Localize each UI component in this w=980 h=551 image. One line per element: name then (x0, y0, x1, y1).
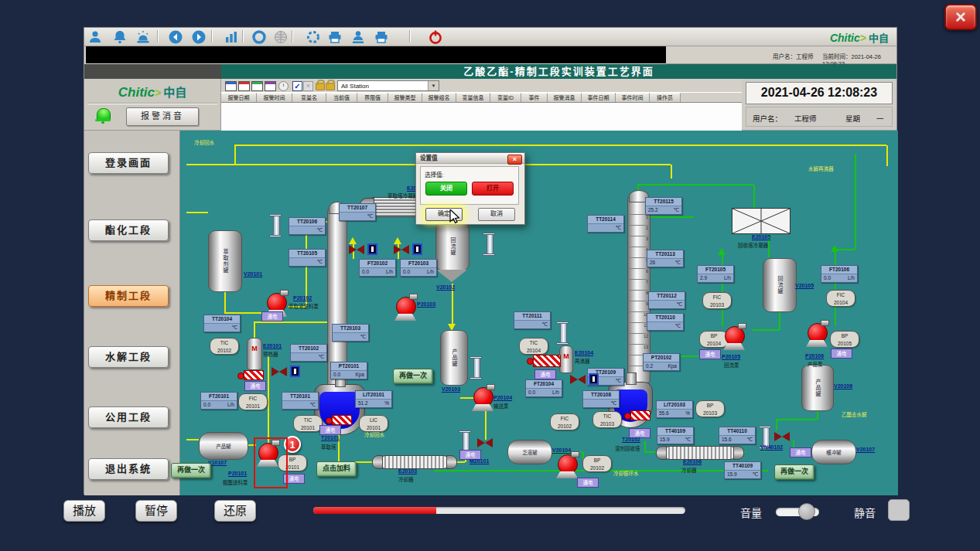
sidebar-item-2[interactable]: 酯化工段 (88, 219, 169, 241)
valve-icon[interactable] (477, 438, 493, 447)
value-open-button[interactable]: 打开 (472, 182, 514, 196)
equipment-tag[interactable]: P20105 (722, 354, 740, 359)
sidebar-item-1[interactable]: 登录画面 (88, 152, 169, 174)
pump-icon[interactable] (471, 387, 494, 410)
alarm-clock-icon[interactable] (278, 81, 289, 91)
logo-panel: Chitic>中自 报警消音 (84, 79, 221, 131)
instrument-value: 51.2% (356, 400, 391, 407)
sidebar-item-5[interactable]: 公用工段 (88, 406, 169, 428)
sidebar-item-6[interactable]: 退出系统 (88, 458, 169, 480)
print-icon[interactable] (327, 29, 343, 43)
alarm-ack-icon[interactable]: ✓ (292, 81, 302, 91)
equipment-tag[interactable]: VN40102 (760, 444, 783, 450)
pipe-segment (186, 439, 199, 440)
valve-left (774, 432, 782, 441)
equipment-tag[interactable]: E20105 (752, 234, 770, 240)
restore-button[interactable]: 还原 (214, 500, 256, 522)
alarm-mute-button[interactable]: 报警消音 (126, 107, 199, 126)
equipment-tag[interactable]: V20104 (552, 447, 571, 453)
close-icon[interactable]: × (507, 155, 522, 165)
alarm-summary-icon[interactable] (251, 81, 263, 91)
sidebar-item-4[interactable]: 水解工段 (88, 346, 169, 368)
scada-action-button[interactable]: 再做一次 (393, 369, 433, 384)
vessel-label: 乏液罐 (522, 448, 538, 456)
equipment-tag[interactable]: P20104 (493, 395, 512, 400)
alarm-group-icon[interactable] (265, 81, 276, 91)
alarm-lamp-icon[interactable] (135, 29, 151, 43)
value-close-button[interactable]: 关闭 (425, 182, 467, 196)
station-filter-select[interactable]: All Station▼ (337, 80, 439, 91)
nav-back-icon[interactable] (168, 29, 183, 43)
valve-icon[interactable] (570, 375, 586, 384)
mute-checkbox[interactable] (888, 499, 910, 521)
equipment-tag[interactable]: V20105 (795, 283, 814, 288)
power-icon[interactable] (428, 29, 443, 43)
equipment-tag[interactable]: M20101 (470, 458, 489, 464)
equipment-tag[interactable]: V20101 (244, 271, 262, 277)
valve-icon[interactable] (774, 432, 790, 441)
alarm-status-bell-icon (95, 108, 111, 124)
pipe-segment (776, 419, 817, 420)
lock-icon[interactable] (316, 83, 325, 90)
marquee-bar (86, 46, 666, 63)
equipment-tag[interactable]: E20106 (683, 459, 702, 464)
equipment-tag[interactable]: P20106 (805, 353, 824, 359)
stop-icon[interactable] (251, 29, 267, 43)
set-value-dialog: 设置值 × 选择值: 关闭 打开 确定 取消 (415, 152, 525, 225)
volume-slider-thumb[interactable] (798, 503, 815, 520)
equipment-tag[interactable]: E20104 (575, 350, 593, 355)
chevron-down-icon[interactable]: ▼ (428, 81, 439, 90)
report-icon[interactable] (374, 29, 389, 43)
trend-chart-icon[interactable] (224, 29, 239, 43)
cancel-button[interactable]: 取消 (478, 208, 515, 221)
sidebar-item-3[interactable]: 精制工段 (88, 285, 169, 307)
equipment-tag[interactable]: V20107 (856, 447, 875, 452)
equipment-tag[interactable]: T20102 (622, 437, 640, 442)
pump-icon[interactable] (394, 297, 417, 320)
user-name-text: 用户名：工程师 (773, 52, 814, 60)
instrument-tag: TT20104 (204, 315, 240, 324)
equipment-tag[interactable]: E20101 (263, 343, 282, 349)
pump-icon[interactable] (555, 454, 579, 478)
equipment-tag[interactable]: P20101 (228, 471, 247, 476)
nav-forward-icon[interactable] (191, 29, 207, 43)
instrument-tag: TT20106 (289, 218, 325, 226)
valve-icon[interactable] (349, 245, 364, 254)
instrument-value: 25.2℃ (646, 206, 681, 214)
alarm-bell-icon[interactable] (112, 29, 128, 43)
user-icon[interactable] (87, 29, 103, 43)
equipment-tag[interactable]: T20101 (321, 435, 340, 440)
play-button[interactable]: 播放 (63, 500, 105, 522)
pause-button[interactable]: 暂停 (135, 500, 177, 522)
alarm-table-list[interactable] (221, 102, 742, 131)
instrument-tag: FT20105 (698, 266, 733, 274)
alarm-report-icon[interactable] (225, 81, 237, 91)
scada-action-button[interactable]: 再做一次 (774, 464, 814, 480)
pump-base (472, 404, 493, 411)
rotameter-tube (473, 358, 480, 378)
pipe-segment (186, 212, 208, 213)
equipment-tag[interactable]: V20102 (436, 284, 455, 290)
settings-icon[interactable] (306, 29, 321, 43)
pump-icon[interactable] (805, 323, 828, 346)
alarm-history-icon[interactable] (238, 81, 250, 91)
equipment-tag[interactable]: V20106 (834, 383, 852, 389)
equipment-tag[interactable]: P20103 (417, 301, 435, 307)
unlock-icon[interactable] (326, 83, 335, 90)
instrument-TT20103: TT20103℃ (332, 324, 369, 342)
equipment-tag[interactable]: E20103 (398, 468, 417, 474)
overlay-close-button[interactable]: × (944, 4, 977, 30)
valve-icon[interactable] (271, 367, 287, 376)
progress-bar[interactable] (313, 507, 685, 514)
operator-icon[interactable] (350, 29, 366, 43)
pump-nozzle (280, 290, 289, 296)
equipment-tag[interactable]: V20103 (442, 386, 460, 392)
scada-action-button[interactable]: 再做一次 (171, 463, 211, 478)
alarm-column-header: 当前值 (326, 93, 357, 102)
valve-icon[interactable] (394, 245, 409, 254)
power-state-box: 通电 (699, 349, 721, 359)
controller-TIC20102: TIC20102 (210, 338, 239, 355)
pump-icon[interactable] (722, 326, 746, 349)
scada-action-button[interactable]: 点击加料 (316, 461, 357, 477)
equipment-tag[interactable]: P20102 (293, 295, 312, 301)
